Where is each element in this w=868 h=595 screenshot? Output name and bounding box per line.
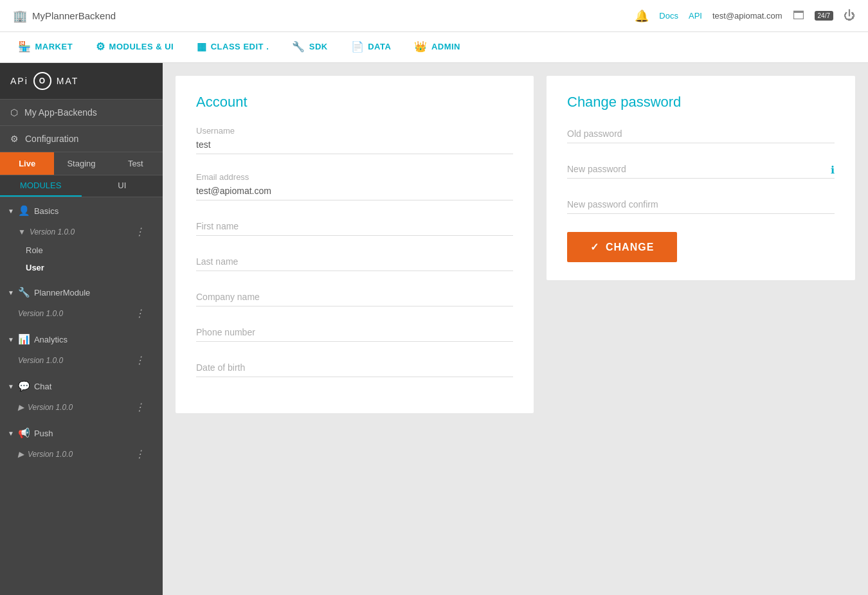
app-backends-icon: ⬡ xyxy=(10,107,18,118)
push-version-label: Version 1.0.0 xyxy=(24,450,134,459)
tab-ui[interactable]: UI xyxy=(82,175,163,197)
nav-class-edit[interactable]: ▦ CLASS EDIT . xyxy=(185,32,280,62)
nav-sdk-label: SDK xyxy=(309,42,328,51)
new-password-input[interactable] xyxy=(567,161,835,179)
nav-modules-ui[interactable]: ⚙ MODULES & UI xyxy=(84,32,185,62)
api-link[interactable]: API xyxy=(689,11,702,21)
basics-label: Basics xyxy=(34,206,59,216)
planner-version-label: Version 1.0.0 xyxy=(18,309,134,318)
env-tab-staging[interactable]: Staging xyxy=(54,152,108,175)
push-label: Push xyxy=(34,429,53,438)
env-tab-live[interactable]: Live xyxy=(0,152,54,175)
docs-link[interactable]: Docs xyxy=(659,11,678,21)
market-icon: 🏪 xyxy=(18,40,32,53)
nav-data-label: DATA xyxy=(368,42,391,51)
config-icon: ⚙ xyxy=(10,134,19,144)
chat-label: Chat xyxy=(34,382,51,391)
phone-field xyxy=(196,324,513,342)
planner-version-menu[interactable]: ⋮ xyxy=(134,307,145,319)
basics-version-menu[interactable]: ⋮ xyxy=(134,226,145,238)
nav-data[interactable]: 📄 DATA xyxy=(339,32,403,62)
main-layout: APi O MAT ⬡ My App-Backends ⚙ Configurat… xyxy=(0,63,868,595)
sidebar-class-role[interactable]: Role xyxy=(0,242,163,259)
account-card: Account Username test Email address test… xyxy=(176,76,534,413)
old-password-input[interactable] xyxy=(567,126,835,143)
module-basics-section: ▼ 👤 Basics ▼ Version 1.0.0 ⋮ Role User xyxy=(0,197,163,279)
nav-class-edit-label: CLASS EDIT . xyxy=(211,42,269,51)
tab-modules[interactable]: MODULES xyxy=(0,175,82,197)
email-value: test@apiomat.com xyxy=(196,186,513,200)
planner-icon: 🔧 xyxy=(18,287,30,298)
nav-admin[interactable]: 👑 ADMIN xyxy=(402,32,472,62)
class-edit-icon: ▦ xyxy=(197,40,207,53)
basics-version-label: Version 1.0.0 xyxy=(26,227,134,236)
module-push-section: ▼ 📢 Push ▶ Version 1.0.0 ⋮ xyxy=(0,420,163,466)
new-password-confirm-field xyxy=(567,197,835,214)
email-label: Email address xyxy=(196,172,513,182)
module-basics-header[interactable]: ▼ 👤 Basics xyxy=(0,200,163,222)
info-icon[interactable]: ℹ xyxy=(831,164,835,176)
modules-icon: ⚙ xyxy=(96,40,105,53)
new-password-field: ℹ xyxy=(567,161,835,179)
building-icon: 🏢 xyxy=(13,9,27,23)
firstname-input[interactable] xyxy=(196,218,513,236)
username-field: Username test xyxy=(196,126,513,154)
change-button-label: CHANGE xyxy=(606,242,654,253)
push-version[interactable]: ▶ Version 1.0.0 ⋮ xyxy=(0,444,163,464)
chat-version-label: Version 1.0.0 xyxy=(24,403,134,412)
power-icon[interactable]: ⏻ xyxy=(844,9,855,22)
chat-version-menu[interactable]: ⋮ xyxy=(134,401,145,413)
module-planner-section: ▼ 🔧 PlannerModule Version 1.0.0 ⋮ xyxy=(0,279,163,326)
data-icon: 📄 xyxy=(351,40,365,53)
module-planner-header[interactable]: ▼ 🔧 PlannerModule xyxy=(0,281,163,303)
sidebar-configuration[interactable]: ⚙ Configuration xyxy=(0,126,163,152)
sdk-icon: 🔧 xyxy=(292,40,305,53)
change-button[interactable]: ✓ CHANGE xyxy=(567,232,677,262)
user-email: test@apiomat.com xyxy=(712,11,782,21)
lastname-field xyxy=(196,254,513,271)
module-chat-header[interactable]: ▼ 💬 Chat xyxy=(0,375,163,397)
planner-label: PlannerModule xyxy=(34,288,90,298)
sidebar: APi O MAT ⬡ My App-Backends ⚙ Configurat… xyxy=(0,63,163,595)
logo-mat: MAT xyxy=(57,76,79,86)
basics-version-chevron: ▼ xyxy=(18,227,26,236)
analytics-chevron: ▼ xyxy=(8,336,14,343)
window-icon[interactable]: 🗖 xyxy=(793,9,804,22)
push-chevron: ▼ xyxy=(8,430,14,437)
push-version-menu[interactable]: ⋮ xyxy=(134,448,145,460)
company-input[interactable] xyxy=(196,289,513,306)
phone-input[interactable] xyxy=(196,324,513,342)
planner-chevron: ▼ xyxy=(8,289,14,296)
sidebar-my-app-backends[interactable]: ⬡ My App-Backends xyxy=(0,100,163,126)
analytics-version-menu[interactable]: ⋮ xyxy=(134,354,145,366)
logo-circle: O xyxy=(33,72,51,90)
module-analytics-header[interactable]: ▼ 📊 Analytics xyxy=(0,328,163,350)
analytics-version[interactable]: Version 1.0.0 ⋮ xyxy=(0,350,163,370)
modules-ui-tabs: MODULES UI xyxy=(0,175,163,197)
top-header: 🏢 MyPlannerBackend 🔔 Docs API test@apiom… xyxy=(0,0,868,32)
lastname-input[interactable] xyxy=(196,254,513,271)
module-chat-section: ▼ 💬 Chat ▶ Version 1.0.0 ⋮ xyxy=(0,373,163,420)
new-password-confirm-input[interactable] xyxy=(567,197,835,214)
email-field: Email address test@apiomat.com xyxy=(196,172,513,200)
push-icon: 📢 xyxy=(18,427,30,439)
dob-input[interactable] xyxy=(196,360,513,377)
nav-market[interactable]: 🏪 MARKET xyxy=(6,32,84,62)
admin-icon: 👑 xyxy=(414,40,428,53)
account-title: Account xyxy=(196,94,513,111)
push-version-chevron: ▶ xyxy=(18,450,24,459)
basics-version[interactable]: ▼ Version 1.0.0 ⋮ xyxy=(0,222,163,242)
nav-sdk[interactable]: 🔧 SDK xyxy=(280,32,339,62)
module-push-header[interactable]: ▼ 📢 Push xyxy=(0,422,163,444)
analytics-version-label: Version 1.0.0 xyxy=(18,356,134,365)
check-icon: ✓ xyxy=(590,241,599,253)
sidebar-class-user[interactable]: User xyxy=(0,259,163,276)
basics-icon: 👤 xyxy=(18,205,30,217)
logo-api: APi xyxy=(10,76,28,86)
bell-icon[interactable]: 🔔 xyxy=(635,9,649,23)
planner-version[interactable]: Version 1.0.0 ⋮ xyxy=(0,303,163,323)
env-tab-test[interactable]: Test xyxy=(109,152,163,175)
firstname-field xyxy=(196,218,513,236)
chat-version[interactable]: ▶ Version 1.0.0 ⋮ xyxy=(0,397,163,417)
app-name-bar: 🏢 MyPlannerBackend xyxy=(13,9,635,23)
